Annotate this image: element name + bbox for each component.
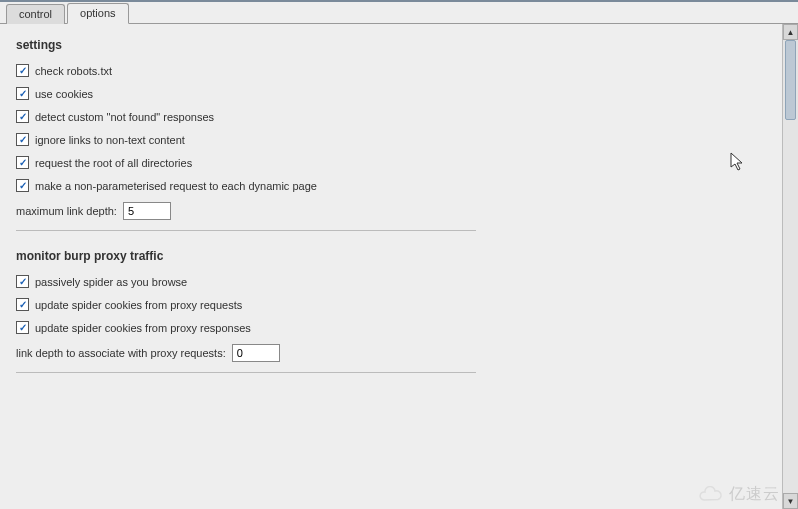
checkbox-nonparam-request[interactable] (16, 179, 29, 192)
label-update-cookies-requests: update spider cookies from proxy request… (35, 299, 242, 311)
checkbox-update-cookies-requests[interactable] (16, 298, 29, 311)
tab-control[interactable]: control (6, 4, 65, 24)
scrollbar-arrow-up-icon[interactable]: ▲ (783, 24, 798, 40)
label-check-robots: check robots.txt (35, 65, 112, 77)
cloud-icon (697, 486, 725, 504)
label-max-link-depth: maximum link depth: (16, 205, 117, 217)
tab-bar: control options (0, 2, 798, 24)
checkbox-check-robots[interactable] (16, 64, 29, 77)
label-nonparam-request: make a non-parameterised request to each… (35, 180, 317, 192)
checkbox-update-cookies-responses[interactable] (16, 321, 29, 334)
divider (16, 372, 476, 373)
monitor-heading: monitor burp proxy traffic (16, 249, 766, 263)
checkbox-detect-notfound[interactable] (16, 110, 29, 123)
vertical-scrollbar[interactable]: ▲ ▼ (782, 24, 798, 509)
label-update-cookies-responses: update spider cookies from proxy respons… (35, 322, 251, 334)
label-link-depth-assoc: link depth to associate with proxy reque… (16, 347, 226, 359)
scrollbar-arrow-down-icon[interactable]: ▼ (783, 493, 798, 509)
scrollbar-thumb[interactable] (785, 40, 796, 120)
checkbox-request-root[interactable] (16, 156, 29, 169)
divider (16, 230, 476, 231)
label-ignore-nontext: ignore links to non-text content (35, 134, 185, 146)
label-request-root: request the root of all directories (35, 157, 192, 169)
settings-heading: settings (16, 38, 766, 52)
watermark: 亿速云 (697, 484, 780, 505)
tab-options[interactable]: options (67, 3, 128, 24)
checkbox-use-cookies[interactable] (16, 87, 29, 100)
input-link-depth-assoc[interactable] (232, 344, 280, 362)
options-panel: settings check robots.txt use cookies de… (0, 24, 782, 509)
label-detect-notfound: detect custom "not found" responses (35, 111, 214, 123)
input-max-link-depth[interactable] (123, 202, 171, 220)
checkbox-ignore-nontext[interactable] (16, 133, 29, 146)
label-use-cookies: use cookies (35, 88, 93, 100)
checkbox-passive-spider[interactable] (16, 275, 29, 288)
label-passive-spider: passively spider as you browse (35, 276, 187, 288)
